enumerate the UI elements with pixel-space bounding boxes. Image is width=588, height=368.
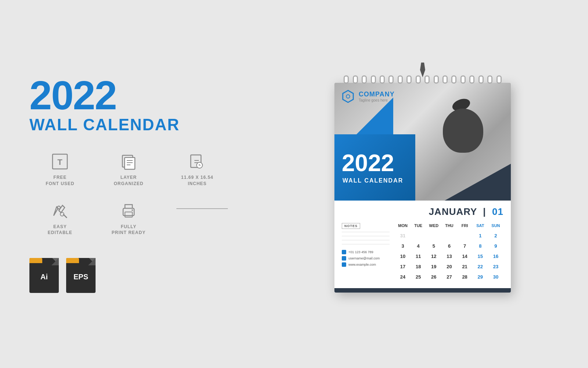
day-5: 5: [426, 241, 441, 251]
day-empty: [457, 231, 473, 240]
day-29: 29: [473, 272, 488, 282]
phone-row: +01 123 456 789: [342, 250, 390, 254]
email-row: username@mail.com: [342, 256, 390, 261]
day-8: 8: [473, 241, 488, 251]
notes-section: NOTES +01 123 456 789 u: [342, 222, 390, 283]
spiral-loop: [496, 75, 502, 84]
svg-point-20: [346, 95, 350, 98]
note-line-1: [342, 232, 390, 232]
svg-point-18: [132, 209, 133, 211]
day-23: 23: [488, 262, 503, 271]
hex-icon: [341, 89, 355, 103]
spiral-loop: [416, 75, 421, 84]
spiral-loop: [406, 75, 412, 84]
spiral-loop: [469, 75, 474, 84]
email-text: username@mail.com: [348, 256, 380, 260]
feature-editable: EASYEDITABLE: [29, 202, 91, 236]
day-sat: SAT: [473, 222, 488, 229]
note-line-3: [342, 240, 390, 240]
layer-icon: [119, 152, 138, 171]
horizontal-divider: [176, 208, 228, 209]
spiral-loop: [460, 75, 466, 84]
features-grid: T FREEFONT USED LAYERORGANIZED: [29, 152, 228, 187]
day-1: 1: [473, 231, 488, 240]
day-mon: MON: [395, 222, 410, 229]
spiral-loop: [478, 75, 484, 84]
day-7: 7: [457, 241, 473, 251]
website-row: www.example.com: [342, 262, 390, 267]
day-17: 17: [395, 262, 410, 271]
right-section: 2022 WALL CALENDAR COMPANY Tagline goes …: [257, 61, 588, 307]
day-6: 6: [441, 241, 457, 251]
spiral-loop: [371, 75, 376, 84]
eps-file-icon: EPS: [66, 258, 96, 293]
company-name: COMPANY: [359, 91, 395, 98]
day-16: 16: [488, 252, 503, 261]
day-28: 28: [457, 272, 473, 282]
calendar-grid-area: NOTES +01 123 456 789 u: [342, 222, 503, 283]
month-number: 01: [492, 206, 503, 217]
note-line-4: [342, 244, 390, 244]
apple-decoration: [437, 98, 489, 156]
left-section: 2022 WALL CALENDAR T FREEFONT USED LAYER…: [0, 53, 257, 315]
day-14: 14: [457, 252, 473, 261]
week-3: 10 11 12 13 14 15 16: [395, 252, 503, 261]
spiral-loop: [398, 75, 403, 84]
day-31: 31: [395, 231, 410, 240]
layer-label: LAYERORGANIZED: [114, 174, 143, 187]
day-empty: [426, 231, 441, 240]
ai-file-icon: Ai: [29, 258, 59, 293]
day-thu: THU: [441, 222, 457, 229]
day-13: 13: [441, 252, 457, 261]
spiral-loop: [380, 75, 385, 84]
day-3: 3: [395, 241, 410, 251]
contact-info: +01 123 456 789 username@mail.com www.ex…: [342, 250, 390, 267]
ai-corner: [51, 258, 59, 265]
apple-body: [443, 109, 483, 153]
main-subtitle: WALL CALENDAR: [29, 116, 228, 134]
print-icon: [119, 202, 138, 220]
day-empty: [410, 231, 426, 240]
day-30: 30: [488, 272, 503, 282]
size-label: 11.69 X 16.54INCHES: [181, 174, 214, 187]
ai-label: Ai: [40, 273, 48, 281]
spiral-loop: [344, 75, 349, 84]
divider-spacer: [166, 202, 228, 236]
day-26: 26: [426, 272, 441, 282]
day-12: 12: [426, 252, 441, 261]
eps-tab: [66, 258, 79, 263]
day-headers-row: MON TUE WED THU FRI SAT SUN: [395, 222, 503, 229]
feature-size: 11.69 X 16.54INCHES: [166, 152, 228, 187]
main-year: 2022: [29, 75, 228, 116]
blue-geometric: [334, 98, 430, 201]
calendar-footer: [334, 288, 511, 293]
eps-label: EPS: [74, 273, 88, 281]
font-icon: T: [51, 152, 69, 171]
day-19: 19: [426, 262, 441, 271]
calendar-wrapper: 2022 WALL CALENDAR COMPANY Tagline goes …: [334, 75, 511, 293]
day-fri: FRI: [457, 222, 473, 229]
day-24: 24: [395, 272, 410, 282]
print-label: FULLYPRINT READY: [112, 224, 146, 236]
week-2: 3 4 5 6 7 8 9: [395, 241, 503, 251]
eps-corner: [88, 258, 96, 265]
day-wed: WED: [426, 222, 441, 229]
feature-print: FULLYPRINT READY: [98, 202, 159, 236]
spiral-loop: [487, 75, 492, 84]
month-header: JANUARY | 01: [342, 206, 503, 217]
month-name: JANUARY: [429, 206, 477, 217]
day-20: 20: [441, 262, 457, 271]
cover-title: WALL CALENDAR: [343, 177, 403, 184]
svg-text:T: T: [58, 158, 63, 167]
day-15: 15: [473, 252, 488, 261]
calendar-bottom: JANUARY | 01 NOTES: [334, 201, 511, 288]
svg-marker-19: [343, 91, 354, 102]
features-grid-2: EASYEDITABLE FULLYPRINT READY: [29, 202, 228, 236]
svg-rect-3: [125, 158, 135, 169]
calendar-body: 2022 WALL CALENDAR COMPANY Tagline goes …: [334, 83, 511, 293]
notes-label: NOTES: [342, 223, 360, 229]
day-25: 25: [410, 272, 426, 282]
calendar-grid: MON TUE WED THU FRI SAT SUN 31: [395, 222, 503, 283]
email-icon: [342, 256, 346, 261]
day-11: 11: [410, 252, 426, 261]
